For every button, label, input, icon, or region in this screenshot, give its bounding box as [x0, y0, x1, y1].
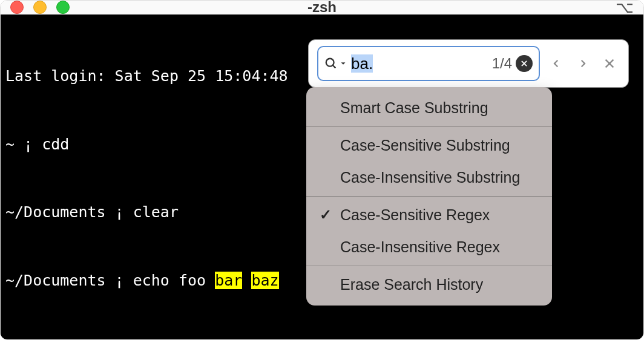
prev-match-button[interactable] [546, 53, 567, 74]
close-window-button[interactable] [10, 1, 24, 14]
dropdown-item-smart-case[interactable]: Smart Case Substring [306, 92, 552, 124]
search-match: bar [215, 272, 242, 289]
svg-line-1 [333, 65, 336, 68]
window-title: -zsh [307, 0, 337, 16]
terminal-text: ~/Documents ¡ echo foo [5, 272, 215, 289]
dropdown-item-case-sensitive-regex[interactable]: Case-Sensitive Regex [306, 199, 552, 231]
dropdown-item-case-insensitive-regex[interactable]: Case-Insensitive Regex [306, 231, 552, 263]
search-input-wrap: ba. 1/4 [317, 46, 540, 81]
search-input[interactable]: ba. [351, 54, 488, 73]
minimize-window-button[interactable] [33, 1, 47, 14]
chevron-left-icon [551, 56, 562, 71]
chevron-right-icon [577, 56, 588, 71]
search-query-text: ba. [351, 54, 373, 73]
dropdown-separator [306, 196, 552, 197]
terminal-text [242, 272, 251, 289]
dropdown-item-case-insensitive-substring[interactable]: Case-Insensitive Substring [306, 162, 552, 194]
search-bar: ba. 1/4 [308, 39, 629, 88]
next-match-button[interactable] [573, 53, 593, 74]
chevron-down-icon [339, 59, 347, 68]
search-match: baz [251, 272, 278, 289]
close-icon [603, 57, 616, 70]
dropdown-item-case-sensitive-substring[interactable]: Case-Sensitive Substring [306, 129, 552, 162]
svg-point-0 [326, 59, 334, 67]
terminal-text: Last login: Sat Sep 25 15:04:48 [5, 67, 297, 85]
titlebar: -zsh ⌥ [1, 1, 643, 15]
close-icon [520, 59, 528, 68]
dropdown-item-erase-history[interactable]: Erase Search History [306, 269, 552, 301]
traffic-lights [10, 1, 70, 14]
dropdown-separator [306, 266, 552, 266]
search-mode-dropdown-button[interactable] [324, 57, 347, 70]
maximize-window-button[interactable] [56, 1, 70, 14]
search-options-dropdown: Smart Case Substring Case-Sensitive Subs… [306, 87, 552, 306]
terminal-line: foo bar baz [5, 337, 641, 340]
close-search-button[interactable] [599, 53, 620, 74]
dropdown-separator [306, 126, 552, 127]
clear-search-button[interactable] [516, 55, 533, 72]
match-count: 1/4 [492, 55, 512, 72]
search-icon [324, 57, 338, 70]
